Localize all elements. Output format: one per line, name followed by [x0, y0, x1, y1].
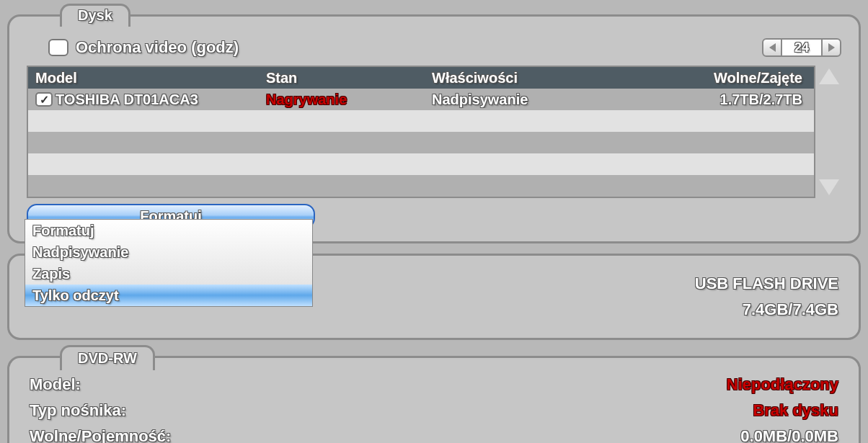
spinner-increase[interactable] [821, 38, 841, 57]
protection-row: Ochrona video (godz) 24 [48, 38, 841, 57]
protection-checkbox[interactable] [48, 39, 68, 56]
usb-name: USB FLASH DRIVE [695, 274, 838, 293]
spinner-value[interactable]: 24 [782, 38, 821, 57]
table-row[interactable] [28, 153, 814, 175]
table-row[interactable]: ✓ TOSHIBA DT01ACA3 Nagrywanie Nadpisywan… [28, 89, 814, 110]
dropdown-item-tylko-odczyt[interactable]: Tylko odczyt [25, 285, 312, 306]
col-wlasciwosci: Właściwości [425, 70, 655, 86]
dvd-panel: DVD-RW Model: Niepodłączony Typ nośnika:… [7, 356, 861, 443]
table-row[interactable] [28, 110, 814, 132]
disk-table-header: Model Stan Właściwości Wolne/Zajęte [28, 67, 814, 89]
row-stan: Nagrywanie [259, 91, 425, 108]
table-scrollbar [817, 66, 841, 198]
disk-table: Model Stan Właściwości Wolne/Zajęte ✓ TO… [27, 66, 815, 198]
triangle-down-icon [819, 179, 839, 195]
row-model: TOSHIBA DT01ACA3 [56, 91, 198, 108]
usb-size: 7.4GB/7.4GB [743, 300, 838, 319]
spinner-decrease[interactable] [762, 38, 782, 57]
dropdown-item-zapis[interactable]: Zapis [25, 263, 312, 285]
row-checkbox[interactable]: ✓ [35, 92, 53, 107]
dvd-panel-tab: DVD-RW [60, 345, 155, 370]
col-stan: Stan [259, 70, 425, 86]
dvd-type-label: Typ nośnika: [30, 401, 126, 420]
dvd-type-value: Brak dysku [753, 401, 838, 420]
dvd-model-value: Niepodłączony [727, 375, 838, 394]
dvd-free-label: Wolne/Pojemność: [30, 427, 171, 443]
dropdown-item-nadpisywanie[interactable]: Nadpisywanie [25, 241, 312, 263]
disk-panel-tab: Dysk [60, 4, 130, 27]
format-dropdown: Formatuj Nadpisywanie Zapis Tylko odczyt [25, 219, 313, 307]
table-row[interactable] [28, 132, 814, 153]
row-wolne: 1.7TB/2.7TB [655, 91, 814, 108]
scroll-up[interactable] [818, 66, 841, 87]
dvd-tab-label: DVD-RW [78, 350, 137, 366]
row-wlasciwosci: Nadpisywanie [425, 91, 655, 108]
disk-table-wrap: Model Stan Właściwości Wolne/Zajęte ✓ TO… [27, 66, 841, 198]
protection-label: Ochrona video (godz) [76, 38, 239, 57]
dvd-free-value: 0.0MB/0.0MB [740, 427, 838, 443]
table-row[interactable] [28, 175, 814, 197]
triangle-up-icon [819, 68, 839, 84]
dropdown-item-formatuj[interactable]: Formatuj [25, 220, 312, 241]
col-wolne: Wolne/Zajęte [655, 70, 814, 86]
disk-panel: Dysk Ochrona video (godz) 24 Model Stan … [7, 14, 861, 243]
disk-tab-label: Dysk [78, 7, 112, 23]
hours-spinner: 24 [762, 38, 841, 57]
col-model: Model [28, 70, 259, 86]
scroll-down[interactable] [818, 176, 841, 198]
dvd-model-label: Model: [30, 375, 81, 394]
triangle-right-icon [828, 43, 835, 52]
triangle-left-icon [769, 43, 776, 52]
